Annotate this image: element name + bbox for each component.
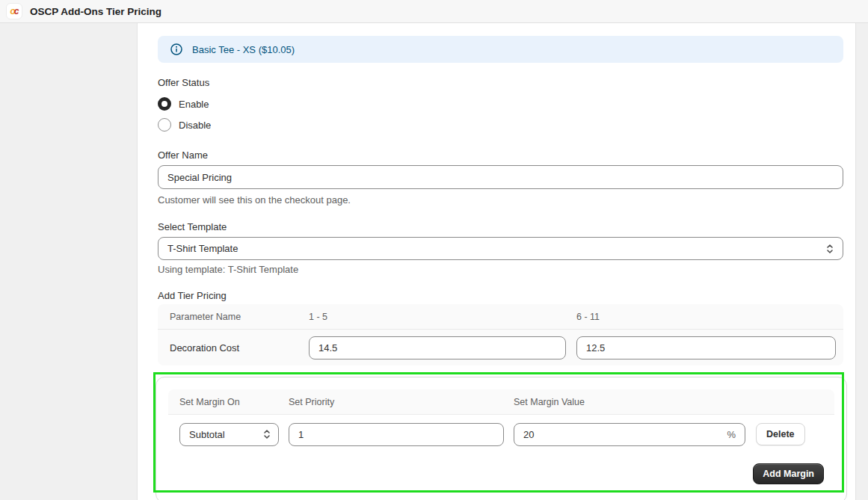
offer-name-label: Offer Name [158,149,843,161]
offer-name-help: Customer will see this on the checkout p… [158,194,843,206]
margin-table-header: Set Margin On Set Priority Set Margin Va… [168,389,834,415]
parameter-name-cell: Decoration Cost [158,342,309,354]
tier-2-price-input[interactable] [576,336,836,359]
info-banner: Basic Tee - XS ($10.05) [158,36,843,63]
column-header-set-margin-value: Set Margin Value [514,397,745,407]
tier-table-row: Decoration Cost [158,330,843,365]
offer-name-input[interactable] [158,165,843,189]
column-header-parameter-name: Parameter Name [158,312,309,322]
page-title: OSCP Add-Ons Tier Pricing [30,6,161,17]
banner-text: Basic Tee - XS ($10.05) [192,44,295,55]
logo-letter: c [14,6,19,16]
tier-pricing-table: Parameter Name 1 - 5 6 - 11 Decoration C… [158,304,843,365]
column-header-tier-2: 6 - 11 [576,312,843,322]
template-help: Using template: T-Shirt Template [158,264,843,276]
margin-card: Set Margin On Set Priority Set Margin Va… [156,377,847,500]
radio-label: Disable [179,120,211,131]
template-select-value: T-Shirt Template [167,243,238,254]
priority-input[interactable] [289,423,504,446]
radio-option-enable[interactable]: Enable [158,93,843,114]
add-margin-button[interactable]: Add Margin [753,463,824,484]
margin-value-input[interactable] [523,429,727,440]
radio-option-disable[interactable]: Disable [158,114,843,135]
chevron-updown-icon [826,244,834,254]
margin-on-select[interactable]: Subtotal [179,423,279,446]
info-icon [170,43,183,56]
tier-1-price-input[interactable] [309,336,566,359]
delete-button[interactable]: Delete [756,423,805,445]
column-header-set-priority: Set Priority [289,397,514,407]
margin-value-field: % [514,423,745,446]
column-header-set-margin-on: Set Margin On [179,397,289,407]
main-panel: Basic Tee - XS ($10.05) Offer Status Ena… [137,23,856,500]
radio-unselected-icon[interactable] [158,118,171,132]
offer-status-label: Offer Status [158,77,843,89]
select-template-label: Select Template [158,221,843,233]
add-margin-row: Add Margin [168,463,834,484]
margin-row: Subtotal % Delete [168,421,834,448]
top-bar: oc OSCP Add-Ons Tier Pricing [0,0,868,23]
tier-pricing-label: Add Tier Pricing [158,290,843,302]
margin-on-select-value: Subtotal [189,429,225,440]
percent-suffix: % [727,429,736,440]
template-select[interactable]: T-Shirt Template [158,237,843,260]
radio-selected-icon[interactable] [158,97,171,111]
offer-status-radio-group: Enable Disable [158,93,843,135]
tier-table-header: Parameter Name 1 - 5 6 - 11 [158,304,843,330]
app-logo-icon: oc [6,3,22,19]
margin-section: Set Margin On Set Priority Set Margin Va… [158,372,843,500]
column-header-tier-1: 1 - 5 [309,312,576,322]
chevron-updown-icon [263,429,271,439]
radio-label: Enable [179,99,209,110]
